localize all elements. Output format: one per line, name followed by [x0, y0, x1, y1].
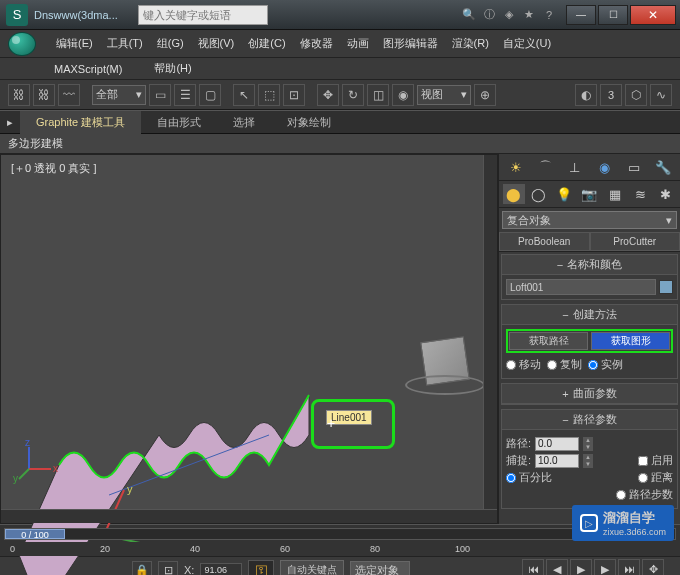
color-swatch[interactable] [659, 280, 673, 294]
menu-help[interactable]: 帮助(H) [148, 58, 197, 79]
viewport-label[interactable]: [＋0 透视 0 真实 ] [11, 161, 97, 176]
window-title: Dnswww(3dma... [34, 9, 118, 21]
menu-tools[interactable]: 工具(T) [101, 33, 149, 54]
play-icon[interactable]: ▶ [570, 559, 592, 575]
ribbon-expand-icon[interactable]: ▸ [0, 116, 20, 129]
snap-icon[interactable]: 3 [600, 84, 622, 106]
bind-icon[interactable]: 〰 [58, 84, 80, 106]
object-name-input[interactable] [506, 279, 656, 295]
scale-icon[interactable]: ◫ [367, 84, 389, 106]
help-icon[interactable]: ? [540, 6, 558, 24]
menu-render[interactable]: 渲染(R) [446, 33, 495, 54]
pan-icon[interactable]: ✥ [642, 559, 664, 575]
select-name-icon[interactable]: ☰ [174, 84, 196, 106]
close-button[interactable]: ✕ [630, 5, 676, 25]
viewport-scrollbar-h[interactable] [1, 509, 497, 523]
tab-freeform[interactable]: 自由形式 [141, 111, 217, 134]
get-shape-button[interactable]: 获取图形 [591, 332, 670, 350]
rotate-icon[interactable]: ↻ [342, 84, 364, 106]
move-icon[interactable]: ✥ [317, 84, 339, 106]
hierarchy-icon[interactable]: ⊥ [564, 157, 586, 177]
viewcube-ring[interactable] [405, 375, 485, 395]
maximize-button[interactable]: ☐ [598, 5, 628, 25]
display-icon[interactable]: ▭ [623, 157, 645, 177]
menu-customize[interactable]: 自定义(U) [497, 33, 557, 54]
unlink-icon[interactable]: ⛓̷ [33, 84, 55, 106]
snap-label: 捕捉: [506, 453, 531, 468]
viewport-scrollbar-v[interactable] [483, 155, 497, 509]
enable-checkbox[interactable]: 启用 [638, 453, 673, 468]
create-geom-icon[interactable]: ⬤ [503, 184, 525, 204]
create-system-icon[interactable]: ✱ [654, 184, 676, 204]
create-shape-icon[interactable]: ◯ [528, 184, 550, 204]
select-arrow-icon[interactable]: ▭ [149, 84, 171, 106]
time-ruler[interactable]: 0 20 40 60 80 100 [0, 542, 680, 556]
menu-view[interactable]: 视图(V) [192, 33, 241, 54]
binoculars-icon[interactable]: 🔍 [460, 6, 478, 24]
help-search-input[interactable] [138, 5, 268, 25]
category-combo[interactable]: 复合对象▾ [502, 211, 677, 229]
world-axis-tripod: z x y [17, 441, 57, 483]
create-light-icon[interactable]: 💡 [553, 184, 575, 204]
selection-filter-combo[interactable]: 全部▾ [92, 85, 146, 105]
create-camera-icon[interactable]: 📷 [578, 184, 600, 204]
star-icon[interactable]: ★ [520, 6, 538, 24]
watermark: ▷ 溜溜自学 zixue.3d66.com [572, 505, 674, 541]
motion-icon[interactable]: ◉ [593, 157, 615, 177]
radio-distance[interactable]: 距离 [638, 470, 673, 485]
loft-object[interactable]: y x [9, 345, 329, 575]
create-spacewarp-icon[interactable]: ≋ [629, 184, 651, 204]
ribbon-panel-label[interactable]: 多边形建模 [0, 134, 680, 154]
tab-procutter[interactable]: ProCutter [590, 232, 681, 251]
rollout-create-method: −创建方法 获取路径 获取图形 移动 复制 实例 [501, 304, 678, 379]
path-spinner[interactable]: ▲▼ [583, 437, 593, 451]
max-logo-icon[interactable] [8, 32, 36, 56]
key-target-combo[interactable]: 选定对象 [350, 561, 410, 576]
path-value-input[interactable] [535, 437, 579, 451]
radio-move[interactable]: 移动 [506, 357, 541, 372]
manipulate-icon[interactable]: ◐ [575, 84, 597, 106]
beacon-icon[interactable]: ◈ [500, 6, 518, 24]
select-rect-icon[interactable]: ▢ [199, 84, 221, 106]
radio-instance[interactable]: 实例 [588, 357, 623, 372]
radio-percent[interactable]: 百分比 [506, 470, 552, 485]
percent-snap-icon[interactable]: ∿ [650, 84, 672, 106]
menu-create[interactable]: 创建(C) [242, 33, 291, 54]
tab-graphite[interactable]: Graphite 建模工具 [20, 111, 141, 134]
next-frame-icon[interactable]: ▶ [594, 559, 616, 575]
radio-copy[interactable]: 复制 [547, 357, 582, 372]
snap-value-input[interactable] [535, 454, 579, 468]
goto-end-icon[interactable]: ⏭ [618, 559, 640, 575]
ref-coord-combo[interactable]: 视图▾ [417, 85, 471, 105]
create-helper-icon[interactable]: ▦ [604, 184, 626, 204]
goto-start-icon[interactable]: ⏮ [522, 559, 544, 575]
watermark-logo-icon: ▷ [580, 514, 598, 532]
menu-group[interactable]: 组(G) [151, 33, 190, 54]
snap-spinner[interactable]: ▲▼ [583, 454, 593, 468]
prev-frame-icon[interactable]: ◀ [546, 559, 568, 575]
select-paint-icon[interactable]: ⊡ [283, 84, 305, 106]
menu-maxscript[interactable]: MAXScript(M) [48, 60, 128, 78]
cursor-icon[interactable]: ↖ [233, 84, 255, 106]
viewport-perspective[interactable]: [＋0 透视 0 真实 ] y x Line001 + z x y [0, 154, 498, 524]
info-icon[interactable]: ⓘ [480, 6, 498, 24]
link-icon[interactable]: ⛓ [8, 84, 30, 106]
pivot-icon[interactable]: ⊕ [474, 84, 496, 106]
radio-pathsteps[interactable]: 路径步数 [616, 487, 673, 502]
sun-icon[interactable]: ☀ [505, 157, 527, 177]
menu-grapheditor[interactable]: 图形编辑器 [377, 33, 444, 54]
tab-objpaint[interactable]: 对象绘制 [271, 111, 347, 134]
minimize-button[interactable]: — [566, 5, 596, 25]
menu-edit[interactable]: 编辑(E) [50, 33, 99, 54]
menu-anim[interactable]: 动画 [341, 33, 375, 54]
select-region-icon[interactable]: ⬚ [258, 84, 280, 106]
utilities-icon[interactable]: 🔧 [652, 157, 674, 177]
menu-modifier[interactable]: 修改器 [294, 33, 339, 54]
angle-snap-icon[interactable]: ⬡ [625, 84, 647, 106]
time-slider-thumb[interactable]: 0 / 100 [5, 529, 65, 539]
tab-proboolean[interactable]: ProBoolean [499, 232, 590, 251]
ref-coord-icon[interactable]: ◉ [392, 84, 414, 106]
tab-selection[interactable]: 选择 [217, 111, 271, 134]
get-path-button[interactable]: 获取路径 [509, 332, 588, 350]
arc-icon[interactable]: ⌒ [534, 157, 556, 177]
